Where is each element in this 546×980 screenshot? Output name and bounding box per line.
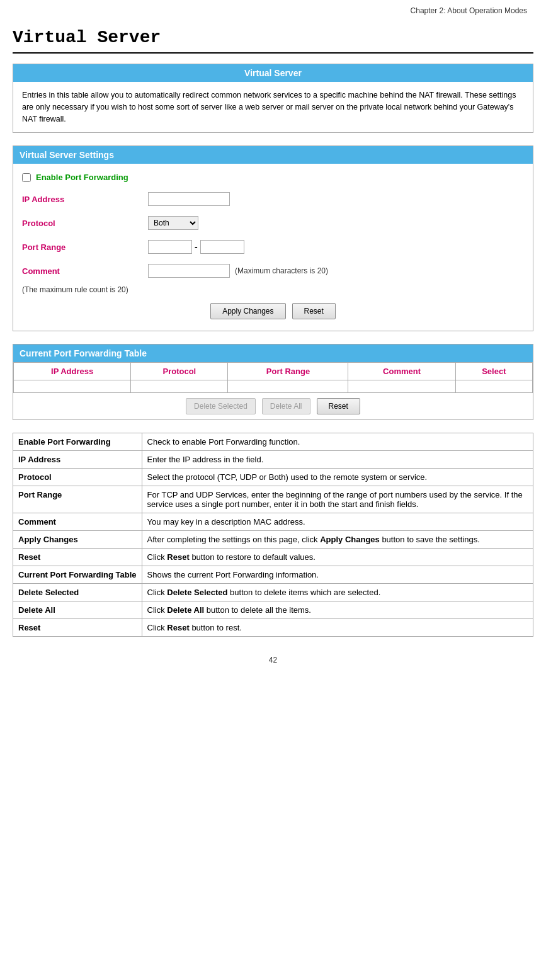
current-table-header: Current Port Forwarding Table [13,345,533,362]
ip-address-input[interactable] [148,192,230,206]
desc-term: Enable Port Forwarding [13,433,142,451]
port-end-input[interactable] [200,240,244,254]
page-number: 42 [13,656,533,664]
page-title: Virtual Server [13,28,533,54]
desc-term: Port Range [13,486,142,513]
desc-term: Delete All [13,601,142,619]
desc-definition: Check to enable Port Forwarding function… [142,433,533,451]
table-header-row: IP Address Protocol Port Range Comment S… [14,363,533,380]
desc-row: Port RangeFor TCP and UDP Services, ente… [13,486,533,513]
desc-term: Protocol [13,469,142,486]
col-protocol: Protocol [131,363,228,380]
desc-row: ResetClick Reset button to rest. [13,619,533,637]
chapter-header: Chapter 2: About Operation Modes [13,6,533,15]
current-port-forwarding-section: Current Port Forwarding Table IP Address… [13,344,533,420]
desc-term: Delete Selected [13,584,142,601]
description-table: Enable Port ForwardingCheck to enable Po… [13,433,533,637]
apply-changes-button[interactable]: Apply Changes [210,303,285,319]
comment-input[interactable] [148,264,230,278]
ip-address-row: IP Address [22,190,524,208]
port-range-dash: - [195,242,198,252]
table-reset-button[interactable]: Reset [317,398,360,414]
desc-definition: Enter the IP address in the field. [142,451,533,469]
desc-definition: You may key in a description MAC address… [142,513,533,531]
ip-address-label: IP Address [22,195,148,204]
desc-definition: After completing the settings on this pa… [142,531,533,549]
port-range-label: Port Range [22,242,148,252]
desc-row: IP AddressEnter the IP address in the fi… [13,451,533,469]
desc-definition: Click Delete All button to delete all th… [142,601,533,619]
desc-row: ResetClick Reset button to restore to de… [13,549,533,566]
comment-label: Comment [22,266,148,276]
desc-row: Apply ChangesAfter completing the settin… [13,531,533,549]
protocol-row: Protocol Both TCP UDP [22,214,524,232]
port-start-input[interactable] [148,240,192,254]
comment-row: Comment (Maximum characters is 20) [22,261,524,280]
desc-row: Delete SelectedClick Delete Selected but… [13,584,533,601]
col-ip-address: IP Address [14,363,131,380]
port-range-row: Port Range - [22,237,524,256]
intro-box: Virtual Server Entries in this table all… [13,64,533,133]
delete-selected-button[interactable]: Delete Selected [186,398,256,414]
col-select: Select [455,363,532,380]
enable-port-forwarding-row: Enable Port Forwarding [22,170,524,185]
desc-row: ProtocolSelect the protocol (TCP, UDP or… [13,469,533,486]
desc-term: Current Port Forwarding Table [13,566,142,584]
desc-definition: Click Reset button to rest. [142,619,533,637]
desc-term: Apply Changes [13,531,142,549]
reset-button[interactable]: Reset [292,303,336,319]
desc-term: Reset [13,549,142,566]
intro-box-header: Virtual Server [13,64,533,82]
desc-term: Comment [13,513,142,531]
intro-box-body: Entries in this table allow you to autom… [13,82,533,132]
table-empty-row [14,380,533,393]
col-port-range: Port Range [228,363,348,380]
table-button-row: Delete Selected Delete All Reset [13,393,533,419]
port-range-group: - [148,240,244,254]
desc-term: Reset [13,619,142,637]
settings-button-row: Apply Changes Reset [22,303,524,319]
desc-definition: Click Delete Selected button to delete i… [142,584,533,601]
desc-row: Delete AllClick Delete All button to del… [13,601,533,619]
delete-all-button[interactable]: Delete All [262,398,310,414]
comment-note: (Maximum characters is 20) [235,266,328,275]
protocol-select[interactable]: Both TCP UDP [148,216,198,230]
desc-definition: Click Reset button to restore to default… [142,549,533,566]
desc-definition: Select the protocol (TCP, UDP or Both) u… [142,469,533,486]
desc-row: CommentYou may key in a description MAC … [13,513,533,531]
enable-port-forwarding-label: Enable Port Forwarding [36,173,128,182]
port-forwarding-table: IP Address Protocol Port Range Comment S… [13,362,533,393]
settings-section: Virtual Server Settings Enable Port Forw… [13,145,533,331]
desc-row: Current Port Forwarding TableShows the c… [13,566,533,584]
desc-term: IP Address [13,451,142,469]
enable-port-forwarding-checkbox[interactable] [22,173,31,182]
max-rule-note: (The maximum rule count is 20) [22,285,524,294]
col-comment: Comment [348,363,455,380]
settings-body: Enable Port Forwarding IP Address Protoc… [13,164,533,331]
protocol-label: Protocol [22,219,148,228]
settings-header: Virtual Server Settings [13,146,533,164]
desc-row: Enable Port ForwardingCheck to enable Po… [13,433,533,451]
desc-definition: Shows the current Port Forwarding inform… [142,566,533,584]
desc-definition: For TCP and UDP Services, enter the begi… [142,486,533,513]
